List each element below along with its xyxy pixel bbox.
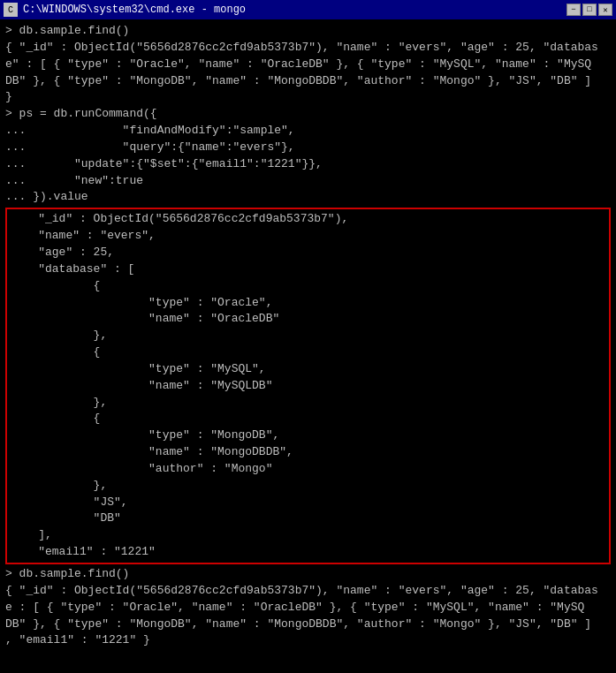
title-bar-title: C:\WINDOWS\system32\cmd.exe - mongo — [23, 4, 246, 16]
box-line-14: "type" : "MongoDB", — [11, 427, 605, 444]
box-line-9: { — [11, 344, 605, 361]
title-bar-icon: C — [4, 3, 18, 17]
after-line-1: > db.sample.find() — [5, 566, 611, 583]
box-line-1: "_id" : ObjectId("5656d2876cc2cfd9ab5373… — [11, 211, 605, 228]
result-box: "_id" : ObjectId("5656d2876cc2cfd9ab5373… — [5, 208, 611, 564]
after-line-5: , "email1" : "1221" } — [5, 632, 611, 649]
box-line-17: }, — [11, 478, 605, 495]
box-line-16: "author" : "Mongo" — [11, 461, 605, 478]
box-line-7: "name" : "OracleDB" — [11, 311, 605, 328]
line-11: ... }).value — [5, 189, 611, 206]
line-5: } — [5, 89, 611, 106]
after-line-2: { "_id" : ObjectId("5656d2876cc2cfd9ab53… — [5, 583, 611, 600]
box-line-18: "JS", — [11, 495, 605, 511]
line-10: ... "new":true — [5, 173, 611, 190]
after-line-4: DB" }, { "type" : "MongoDB", "name" : "M… — [5, 616, 611, 633]
terminal: > db.sample.find() { "_id" : ObjectId("5… — [0, 19, 616, 673]
box-line-11: "name" : "MySQLDB" — [11, 378, 605, 395]
box-line-8: }, — [11, 328, 605, 344]
minimize-button[interactable]: − — [567, 4, 581, 16]
after-line-3: e : [ { "type" : "Oracle", "name" : "Ora… — [5, 600, 611, 616]
box-line-12: }, — [11, 395, 605, 412]
box-line-19: "DB" — [11, 510, 605, 527]
line-4: DB" }, { "type" : "MongoDB", "name" : "M… — [5, 73, 611, 90]
box-line-5: { — [11, 278, 605, 295]
box-line-20: ], — [11, 527, 605, 544]
line-2: { "_id" : ObjectId("5656d2876cc2cfd9ab53… — [5, 40, 611, 57]
box-line-6: "type" : "Oracle", — [11, 295, 605, 312]
box-line-4: "database" : [ — [11, 261, 605, 278]
line-7: ... "findAndModify":"sample", — [5, 123, 611, 140]
box-line-15: "name" : "MongoDBDB", — [11, 444, 605, 461]
maximize-button[interactable]: □ — [582, 4, 597, 16]
box-line-10: "type" : "MySQL", — [11, 361, 605, 378]
line-9: ... "update":{"$set":{"email1":"1221"}}, — [5, 156, 611, 173]
box-line-3: "age" : 25, — [11, 245, 605, 261]
close-button[interactable]: ✕ — [598, 4, 612, 16]
box-line-21: "email1" : "1221" — [11, 544, 605, 561]
box-line-2: "name" : "evers", — [11, 228, 605, 245]
line-1: > db.sample.find() — [5, 23, 611, 40]
line-6: > ps = db.runCommand({ — [5, 106, 611, 123]
line-3: e" : [ { "type" : "Oracle", "name" : "Or… — [5, 57, 611, 73]
box-line-13: { — [11, 411, 605, 427]
line-8: ... "query":{"name":"evers"}, — [5, 140, 611, 156]
title-bar: C C:\WINDOWS\system32\cmd.exe - mongo − … — [0, 0, 616, 19]
